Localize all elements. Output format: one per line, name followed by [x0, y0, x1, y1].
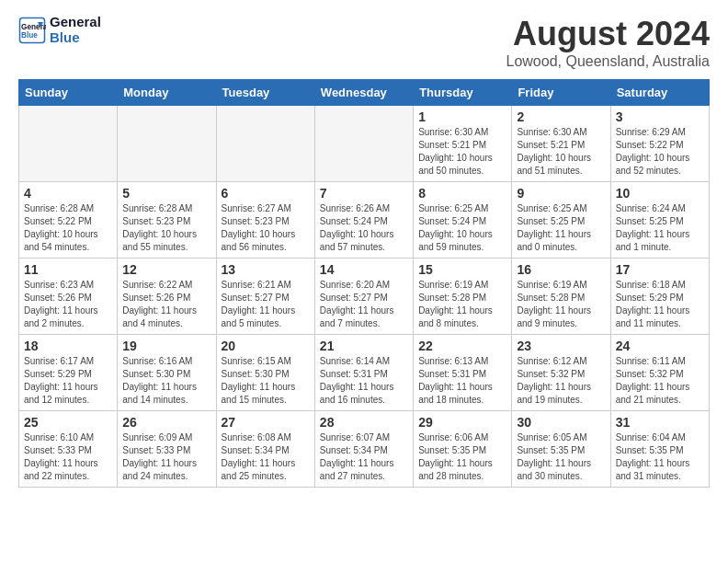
day-info: Sunrise: 6:16 AMSunset: 5:30 PMDaylight:… — [122, 355, 210, 407]
logo-line1: General — [50, 15, 101, 30]
calendar-day-cell: 7Sunrise: 6:26 AMSunset: 5:24 PMDaylight… — [314, 182, 413, 259]
calendar-day-cell: 9Sunrise: 6:25 AMSunset: 5:25 PMDaylight… — [512, 182, 610, 259]
day-number: 4 — [24, 186, 112, 201]
calendar-week-row: 4Sunrise: 6:28 AMSunset: 5:22 PMDaylight… — [19, 182, 710, 259]
calendar-week-row: 18Sunrise: 6:17 AMSunset: 5:29 PMDayligh… — [19, 335, 710, 411]
day-number: 13 — [222, 262, 310, 277]
day-number: 2 — [517, 109, 605, 124]
day-info: Sunrise: 6:14 AMSunset: 5:31 PMDaylight:… — [320, 355, 408, 407]
calendar-day-cell: 6Sunrise: 6:27 AMSunset: 5:23 PMDaylight… — [216, 182, 314, 259]
day-of-week-header: Monday — [118, 80, 216, 106]
day-number: 15 — [418, 262, 506, 277]
day-info: Sunrise: 6:15 AMSunset: 5:30 PMDaylight:… — [222, 355, 310, 407]
calendar-day-cell: 11Sunrise: 6:23 AMSunset: 5:26 PMDayligh… — [19, 259, 118, 335]
calendar-day-cell: 5Sunrise: 6:28 AMSunset: 5:23 PMDaylight… — [118, 182, 216, 259]
day-number: 18 — [24, 339, 112, 353]
calendar-week-row: 11Sunrise: 6:23 AMSunset: 5:26 PMDayligh… — [19, 259, 710, 335]
day-number: 9 — [517, 186, 605, 201]
day-of-week-header: Thursday — [414, 80, 512, 106]
calendar-day-cell: 19Sunrise: 6:16 AMSunset: 5:30 PMDayligh… — [118, 335, 216, 411]
day-of-week-header: Friday — [512, 80, 610, 106]
title-block: August 2024 Lowood, Queensland, Australi… — [506, 15, 710, 70]
day-number: 26 — [122, 415, 210, 430]
day-info: Sunrise: 6:17 AMSunset: 5:29 PMDaylight:… — [24, 355, 112, 407]
day-info: Sunrise: 6:19 AMSunset: 5:28 PMDaylight:… — [517, 279, 605, 330]
calendar-header-row: SundayMondayTuesdayWednesdayThursdayFrid… — [19, 80, 710, 106]
calendar-day-cell — [216, 106, 314, 182]
day-info: Sunrise: 6:25 AMSunset: 5:25 PMDaylight:… — [517, 202, 605, 254]
day-info: Sunrise: 6:28 AMSunset: 5:22 PMDaylight:… — [24, 202, 112, 254]
calendar-day-cell: 14Sunrise: 6:20 AMSunset: 5:27 PMDayligh… — [314, 259, 413, 335]
day-info: Sunrise: 6:26 AMSunset: 5:24 PMDaylight:… — [320, 202, 408, 254]
calendar-day-cell: 2Sunrise: 6:30 AMSunset: 5:21 PMDaylight… — [512, 106, 610, 182]
calendar-day-cell: 10Sunrise: 6:24 AMSunset: 5:25 PMDayligh… — [610, 182, 709, 259]
day-of-week-header: Tuesday — [216, 80, 314, 106]
day-info: Sunrise: 6:20 AMSunset: 5:27 PMDaylight:… — [320, 279, 408, 330]
day-info: Sunrise: 6:21 AMSunset: 5:27 PMDaylight:… — [222, 279, 310, 330]
logo: General Blue General Blue — [18, 15, 101, 45]
calendar-day-cell: 26Sunrise: 6:09 AMSunset: 5:33 PMDayligh… — [118, 411, 216, 488]
svg-text:Blue: Blue — [21, 30, 38, 39]
day-info: Sunrise: 6:13 AMSunset: 5:31 PMDaylight:… — [418, 355, 506, 407]
page-header: General Blue General Blue August 2024 Lo… — [18, 15, 710, 70]
day-info: Sunrise: 6:06 AMSunset: 5:35 PMDaylight:… — [418, 431, 506, 483]
day-info: Sunrise: 6:05 AMSunset: 5:35 PMDaylight:… — [517, 431, 605, 483]
day-number: 6 — [222, 186, 310, 201]
day-number: 19 — [122, 339, 210, 353]
day-of-week-header: Sunday — [19, 80, 118, 106]
day-number: 24 — [616, 339, 704, 353]
day-number: 21 — [320, 339, 408, 353]
day-number: 10 — [616, 186, 704, 201]
day-info: Sunrise: 6:28 AMSunset: 5:23 PMDaylight:… — [122, 202, 210, 254]
calendar-day-cell: 25Sunrise: 6:10 AMSunset: 5:33 PMDayligh… — [19, 411, 118, 488]
calendar-week-row: 25Sunrise: 6:10 AMSunset: 5:33 PMDayligh… — [19, 411, 710, 488]
day-info: Sunrise: 6:07 AMSunset: 5:34 PMDaylight:… — [320, 431, 408, 483]
day-number: 17 — [616, 262, 704, 277]
calendar-day-cell: 13Sunrise: 6:21 AMSunset: 5:27 PMDayligh… — [216, 259, 314, 335]
day-info: Sunrise: 6:09 AMSunset: 5:33 PMDaylight:… — [122, 431, 210, 483]
day-number: 11 — [24, 262, 112, 277]
day-number: 7 — [320, 186, 408, 201]
calendar-day-cell: 21Sunrise: 6:14 AMSunset: 5:31 PMDayligh… — [314, 335, 413, 411]
day-number: 14 — [320, 262, 408, 277]
day-info: Sunrise: 6:23 AMSunset: 5:26 PMDaylight:… — [24, 279, 112, 330]
day-info: Sunrise: 6:19 AMSunset: 5:28 PMDaylight:… — [418, 279, 506, 330]
calendar-day-cell: 16Sunrise: 6:19 AMSunset: 5:28 PMDayligh… — [512, 259, 610, 335]
calendar-day-cell: 4Sunrise: 6:28 AMSunset: 5:22 PMDaylight… — [19, 182, 118, 259]
day-info: Sunrise: 6:12 AMSunset: 5:32 PMDaylight:… — [517, 355, 605, 407]
calendar-week-row: 1Sunrise: 6:30 AMSunset: 5:21 PMDaylight… — [19, 106, 710, 182]
day-info: Sunrise: 6:22 AMSunset: 5:26 PMDaylight:… — [122, 279, 210, 330]
day-info: Sunrise: 6:30 AMSunset: 5:21 PMDaylight:… — [418, 126, 506, 178]
calendar-day-cell: 29Sunrise: 6:06 AMSunset: 5:35 PMDayligh… — [414, 411, 512, 488]
calendar-day-cell: 17Sunrise: 6:18 AMSunset: 5:29 PMDayligh… — [610, 259, 709, 335]
day-number: 25 — [24, 415, 112, 430]
day-info: Sunrise: 6:27 AMSunset: 5:23 PMDaylight:… — [222, 202, 310, 254]
day-info: Sunrise: 6:30 AMSunset: 5:21 PMDaylight:… — [517, 126, 605, 178]
day-info: Sunrise: 6:29 AMSunset: 5:22 PMDaylight:… — [616, 126, 704, 178]
calendar-day-cell: 18Sunrise: 6:17 AMSunset: 5:29 PMDayligh… — [19, 335, 118, 411]
calendar-day-cell — [314, 106, 413, 182]
calendar-day-cell: 22Sunrise: 6:13 AMSunset: 5:31 PMDayligh… — [414, 335, 512, 411]
calendar-day-cell — [19, 106, 118, 182]
day-number: 27 — [222, 415, 310, 430]
logo-icon: General Blue — [18, 17, 46, 44]
location: Lowood, Queensland, Australia — [506, 53, 710, 70]
calendar-day-cell: 15Sunrise: 6:19 AMSunset: 5:28 PMDayligh… — [414, 259, 512, 335]
calendar-day-cell — [118, 106, 216, 182]
day-info: Sunrise: 6:18 AMSunset: 5:29 PMDaylight:… — [616, 279, 704, 330]
calendar-day-cell: 3Sunrise: 6:29 AMSunset: 5:22 PMDaylight… — [610, 106, 709, 182]
day-info: Sunrise: 6:10 AMSunset: 5:33 PMDaylight:… — [24, 431, 112, 483]
calendar-day-cell: 30Sunrise: 6:05 AMSunset: 5:35 PMDayligh… — [512, 411, 610, 488]
month-title: August 2024 — [506, 15, 710, 53]
calendar-table: SundayMondayTuesdayWednesdayThursdayFrid… — [18, 79, 710, 488]
calendar-day-cell: 27Sunrise: 6:08 AMSunset: 5:34 PMDayligh… — [216, 411, 314, 488]
calendar-day-cell: 20Sunrise: 6:15 AMSunset: 5:30 PMDayligh… — [216, 335, 314, 411]
day-of-week-header: Saturday — [610, 80, 709, 106]
day-number: 3 — [616, 109, 704, 124]
day-number: 22 — [418, 339, 506, 353]
day-number: 12 — [122, 262, 210, 277]
day-number: 5 — [122, 186, 210, 201]
day-info: Sunrise: 6:24 AMSunset: 5:25 PMDaylight:… — [616, 202, 704, 254]
day-info: Sunrise: 6:04 AMSunset: 5:35 PMDaylight:… — [616, 431, 704, 483]
day-number: 28 — [320, 415, 408, 430]
